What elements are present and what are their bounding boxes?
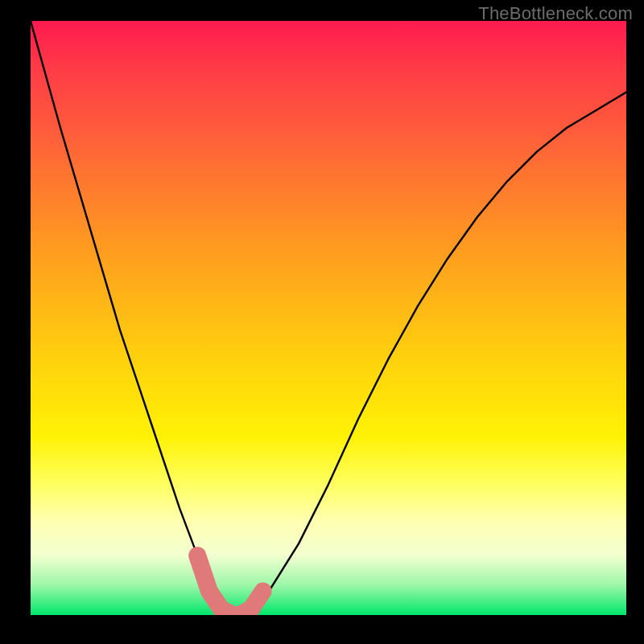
bottleneck-curve	[31, 21, 626, 615]
chart-canvas	[31, 21, 626, 615]
valley-highlight	[197, 555, 262, 615]
plot-area	[31, 21, 626, 615]
watermark-text: TheBottleneck.com	[478, 3, 633, 24]
chart-frame: TheBottleneck.com	[0, 0, 644, 644]
